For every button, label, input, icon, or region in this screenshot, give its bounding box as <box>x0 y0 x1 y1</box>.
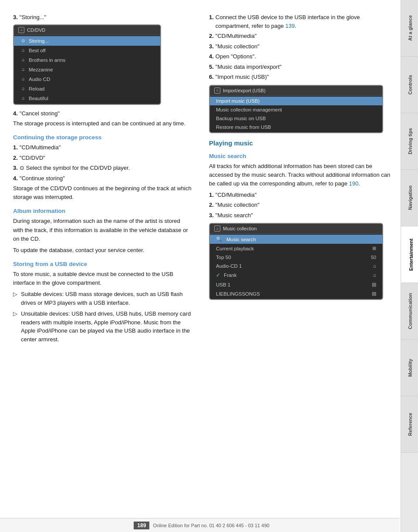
music-row-lieblingssongs-text: LIEBLINGSSONGS <box>216 291 260 296</box>
tab-controls-label: Controls <box>408 75 413 94</box>
music-step-3-text: "Music search" <box>216 211 253 220</box>
continuing-step-4: 4. "Continue storing" <box>13 174 192 183</box>
music-row-search-text: Music search <box>226 237 256 242</box>
screen-row-mezzanine: ♫ Mezzanine <box>14 65 160 74</box>
screen-storing-title: CD/DVD <box>27 27 45 33</box>
screen-row-audiocd-icon: ♫ <box>20 76 26 82</box>
usb-row-management: Music collection management <box>210 105 382 114</box>
album-desc2: To update the database, contact your ser… <box>13 246 192 255</box>
import-step-6: 6. "Import music (USB)" <box>209 73 392 81</box>
music-step-3: 3. "Music search" <box>209 211 392 220</box>
link-190[interactable]: 190 <box>349 180 359 187</box>
music-screen-icon: ♫ <box>214 226 220 232</box>
continuing-step-1-text: "CD/Multimedia" <box>20 143 61 152</box>
import-step-5-text: "Music data import/export" <box>216 63 282 71</box>
tab-driving-tips[interactable]: Driving tips <box>401 113 418 170</box>
usb-desc: To store music, a suitable device must b… <box>13 270 192 287</box>
album-desc1: During storage, information such as the … <box>13 217 192 243</box>
usb-row-restore-text: Restore music from USB <box>216 125 271 130</box>
music-row-frank: ✓ Frank ♫ <box>210 270 382 280</box>
screen-row-brothers: ♫ Brothers in arms <box>14 55 160 65</box>
tab-reference[interactable]: Reference <box>401 396 418 453</box>
import-step-4: 4. Open "Options". <box>209 52 392 61</box>
usb-screen: ♫ Import/export (USB) Import music (USB)… <box>209 85 383 133</box>
import-step-6-num: 6. <box>209 73 214 81</box>
import-step-3-num: 3. <box>209 42 214 51</box>
continuing-step-3: 3. ⊙ Select the symbol for the CD/DVD pl… <box>13 164 192 172</box>
page-number-box: 189 <box>134 522 149 529</box>
usb-row-highlighted-text: Import music (USB) <box>216 98 260 104</box>
tab-mobility[interactable]: Mobility <box>401 340 418 396</box>
continuing-step-3-icon: ⊙ <box>20 164 24 172</box>
tab-communication-label: Communication <box>408 293 413 329</box>
music-row-current-text: Current playback <box>216 246 254 251</box>
music-row-top50-text: Top 50 <box>216 255 231 260</box>
screen-row-mezzanine-label: Mezzanine <box>29 67 53 72</box>
screen-storing-row-icon: ⊙ <box>20 38 26 44</box>
screen-storing-body: ⊙ Storing... ♫ Best off ♫ Brothers in ar… <box>14 35 160 104</box>
continuing-step-4-text: "Continue storing" <box>20 174 65 183</box>
music-row-lieblingssongs: LIEBLINGSSONGS ▤ <box>210 289 382 298</box>
tab-at-a-glance[interactable]: At a glance <box>401 0 418 57</box>
screen-row-bestoff-label: Best off <box>29 48 46 53</box>
storing-screen: ♫ CD/DVD ⊙ Storing... ♫ Best off ♫ Broth… <box>13 24 161 105</box>
screen-row-mezzanine-icon: ♫ <box>20 67 26 73</box>
music-screen-header: ♫ Music collection <box>210 224 382 234</box>
continuing-step-1-num: 1. <box>13 143 18 152</box>
step-4-number: 4. <box>13 109 18 118</box>
import-step-4-num: 4. <box>209 52 214 61</box>
screen-storing-highlighted-text: Storing... <box>29 38 49 44</box>
section-album-header: Album information <box>13 208 192 214</box>
screen-row-brothers-label: Brothers in arms <box>29 57 65 63</box>
screen-cd-icon: ♫ <box>18 27 24 33</box>
usb-screen-title: Import/export (USB) <box>223 88 266 93</box>
music-screen: ♫ Music collection 🔍 Music search Curren… <box>209 223 383 300</box>
section-usb-header: Storing from a USB device <box>13 261 192 267</box>
import-step-2-text: "CD/Multimedia" <box>216 32 256 40</box>
bullet-unsuitable: ▷ Unsuitable devices: USB hard drives, U… <box>13 310 192 343</box>
tab-navigation-label: Navigation <box>408 185 413 210</box>
main-content: 3. "Storing..." ♫ CD/DVD ⊙ Storing... ♫ … <box>0 0 401 532</box>
screen-row-audiocd: ♫ Audio CD <box>14 74 160 84</box>
import-step-3: 3. "Music collection" <box>209 42 392 51</box>
music-row-top50: Top 50 50 <box>210 253 382 262</box>
screen-row-beautiful-icon: ♫ <box>20 95 26 101</box>
tab-entertainment-label: Entertainment <box>408 239 414 271</box>
page-footer: 189 Online Edition for Part no. 01 40 2 … <box>0 518 400 532</box>
usb-screen-header: ♫ Import/export (USB) <box>210 86 382 96</box>
right-column: 1. Connect the USB device to the USB int… <box>200 9 401 515</box>
tab-controls[interactable]: Controls <box>401 57 418 113</box>
music-search-desc: All tracks for which additional informat… <box>209 162 392 188</box>
music-screen-title: Music collection <box>223 226 257 231</box>
continuing-step-2-num: 2. <box>13 154 18 162</box>
continuing-step-2: 2. "CD/DVD" <box>13 154 192 162</box>
import-step-4-text: Open "Options". <box>216 52 256 61</box>
screen-storing-row-highlighted: ⊙ Storing... <box>14 36 160 46</box>
section-continuing-header: Continuing the storage process <box>13 134 192 141</box>
tab-communication[interactable]: Communication <box>401 283 418 340</box>
tab-reference-label: Reference <box>408 413 413 436</box>
tab-navigation[interactable]: Navigation <box>401 170 418 226</box>
music-row-usb1: USB 1 ▤ <box>210 280 382 289</box>
music-row-search-highlighted: 🔍 Music search <box>210 235 382 244</box>
cancel-desc: The storage process is interrupted and c… <box>13 119 192 128</box>
music-step-1-text: "CD/Multimedia" <box>216 191 256 199</box>
page-container: 3. "Storing..." ♫ CD/DVD ⊙ Storing... ♫ … <box>0 0 418 532</box>
usb-row-management-text: Music collection management <box>216 107 282 112</box>
bullet-arrow-1: ▷ <box>13 290 19 307</box>
music-row-frank-right: ♫ <box>373 273 376 278</box>
usb-screen-body: Import music (USB) Music collection mana… <box>210 96 382 132</box>
music-row-audiocd1: Audio-CD 1 ♫ <box>210 262 382 270</box>
usb-row-restore: Restore music from USB <box>210 123 382 131</box>
usb-row-backup: Backup music on USB <box>210 114 382 123</box>
import-step-3-text: "Music collection" <box>216 42 260 51</box>
tab-entertainment[interactable]: Entertainment <box>401 226 418 283</box>
checkmark-icon: ✓ <box>216 272 220 278</box>
left-column: 3. "Storing..." ♫ CD/DVD ⊙ Storing... ♫ … <box>0 9 200 515</box>
import-step-2-num: 2. <box>209 32 214 40</box>
usb-row-backup-text: Backup music on USB <box>216 116 266 121</box>
link-139[interactable]: 139 <box>285 23 295 29</box>
music-step-1-num: 1. <box>209 191 214 199</box>
bullet-unsuitable-text: Unsuitable devices: USB hard drives, USB… <box>21 310 192 343</box>
continuing-desc: Storage of the CD/DVD continues at the b… <box>13 184 192 202</box>
